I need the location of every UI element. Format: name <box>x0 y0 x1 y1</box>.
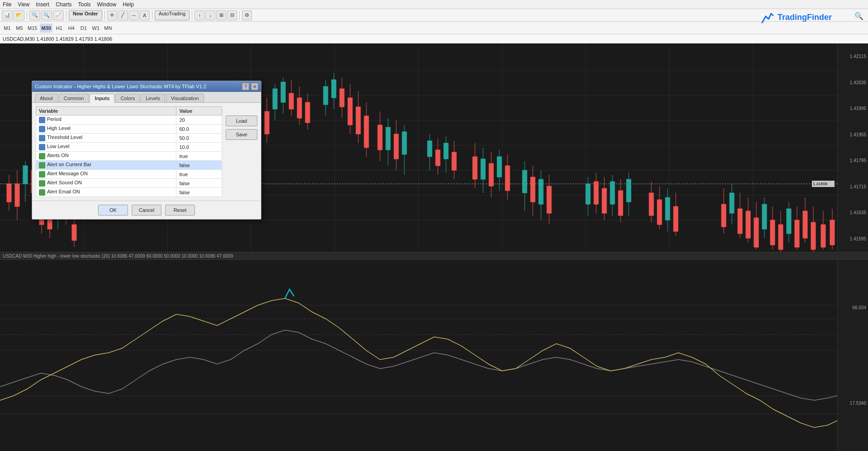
table-row[interactable]: Threshold Level50.0 <box>36 134 222 143</box>
crosshair-btn[interactable]: ✛ <box>107 10 117 20</box>
row-icon <box>39 135 45 141</box>
cancel-button[interactable]: Cancel <box>132 205 161 216</box>
zoom-out-btn[interactable]: 🔍 <box>41 10 52 20</box>
menu-file[interactable]: File <box>3 1 11 8</box>
text-btn[interactable]: A <box>140 10 150 20</box>
svg-rect-105 <box>586 184 590 204</box>
dialog-close-button[interactable]: ✕ <box>251 83 258 90</box>
svg-rect-75 <box>394 134 398 159</box>
svg-rect-127 <box>730 193 734 213</box>
svg-rect-71 <box>378 125 382 150</box>
svg-rect-65 <box>348 98 352 125</box>
table-row[interactable]: Alert on Current Barfalse <box>36 161 222 170</box>
table-row[interactable]: Alerts ONtrue <box>36 152 222 161</box>
menu-window[interactable]: Window <box>97 1 117 8</box>
col-value: Value <box>176 107 222 115</box>
svg-rect-151 <box>830 220 835 245</box>
zoom-full-btn[interactable]: ⊞ <box>216 10 226 20</box>
hline-btn[interactable]: ─ <box>129 10 139 20</box>
tf-m30[interactable]: M30 <box>40 24 52 33</box>
inputs-table: Variable Value Period20High Level60.0Thr… <box>36 106 222 197</box>
table-row[interactable]: High Level60.0 <box>36 125 222 134</box>
menu-tools[interactable]: Tools <box>78 1 91 8</box>
svg-rect-55 <box>297 98 302 118</box>
cell-variable: High Level <box>36 125 176 134</box>
ind-scale-1: 66.034 <box>852 305 866 310</box>
tab-visualization[interactable]: Visualization <box>166 94 204 102</box>
new-chart-btn[interactable]: 📊 <box>2 10 13 20</box>
cell-value: false <box>176 188 222 197</box>
up-arrow-btn[interactable]: ↑ <box>194 10 204 20</box>
dialog-titlebar[interactable]: Custom Indicator - Higher Highs & Lower … <box>32 81 261 92</box>
table-row[interactable]: Low Level10.0 <box>36 143 222 152</box>
row-icon <box>39 171 45 178</box>
table-row[interactable]: Alert Message ONtrue <box>36 170 222 179</box>
cell-variable: Alert Email ON <box>36 188 176 197</box>
line-btn[interactable]: ╱ <box>118 10 128 20</box>
new-order-button[interactable]: New Order <box>69 10 102 20</box>
settings-btn[interactable]: ⚙ <box>242 10 252 20</box>
svg-rect-81 <box>436 150 440 166</box>
zoom-sel-btn[interactable]: ⊟ <box>227 10 237 20</box>
dialog-controls: ? ✕ <box>242 83 258 90</box>
svg-rect-73 <box>386 127 390 150</box>
tab-colors[interactable]: Colors <box>115 94 140 102</box>
svg-rect-103 <box>547 186 551 213</box>
period-btn[interactable]: 📈 <box>53 10 64 20</box>
autotrading-button[interactable]: AutoTrading <box>155 10 190 20</box>
svg-rect-21 <box>15 184 19 206</box>
row-name: Period <box>47 116 62 122</box>
tf-w1[interactable]: W1 <box>90 24 101 33</box>
row-icon <box>39 126 45 132</box>
status-bar: USDCAD M30 Higher high - lower low stoch… <box>0 252 868 260</box>
tf-mn[interactable]: MN <box>103 24 114 33</box>
symbol-info: USDCAD,M30 1.41800 1.41829 1.41793 1.418… <box>3 36 112 42</box>
svg-rect-83 <box>444 143 448 159</box>
down-arrow-btn[interactable]: ↓ <box>205 10 215 20</box>
svg-rect-109 <box>602 188 607 213</box>
price-4: 1.41955 <box>850 132 866 137</box>
load-button[interactable]: Load <box>226 115 257 126</box>
ok-button[interactable]: OK <box>98 205 128 216</box>
tf-m1[interactable]: M1 <box>2 24 13 33</box>
svg-rect-143 <box>795 220 799 247</box>
svg-rect-145 <box>803 211 807 238</box>
tf-d1[interactable]: D1 <box>78 24 89 33</box>
tab-inputs[interactable]: Inputs <box>90 94 114 103</box>
row-icon <box>39 189 45 196</box>
tf-h4[interactable]: H4 <box>66 24 77 33</box>
ind-scale-2: 17.5340 <box>850 401 866 406</box>
svg-rect-79 <box>427 141 432 157</box>
menu-charts[interactable]: Charts <box>56 1 71 8</box>
table-row[interactable]: Alert Email ONfalse <box>36 188 222 197</box>
menu-insert[interactable]: Insert <box>36 1 49 8</box>
svg-rect-119 <box>657 200 662 225</box>
svg-rect-107 <box>594 182 598 204</box>
menu-help[interactable]: Help <box>123 1 134 8</box>
table-row[interactable]: Alert Sound ONfalse <box>36 179 222 188</box>
reset-button[interactable]: Reset <box>165 205 195 216</box>
tab-about[interactable]: About <box>35 94 58 102</box>
row-icon <box>39 162 45 168</box>
svg-rect-95 <box>505 166 510 191</box>
search-icon[interactable]: 🔍 <box>854 12 863 20</box>
tf-h1[interactable]: H1 <box>54 24 65 33</box>
save-button[interactable]: Save <box>226 129 257 140</box>
tf-m15[interactable]: M15 <box>26 24 38 33</box>
dialog-content: Variable Value Period20High Level60.0Thr… <box>32 103 261 201</box>
dialog-help-button[interactable]: ? <box>242 83 249 90</box>
table-row[interactable]: Period20 <box>36 115 222 125</box>
open-btn[interactable]: 📂 <box>14 10 24 20</box>
tab-levels[interactable]: Levels <box>141 94 165 102</box>
sep3 <box>104 11 105 20</box>
price-3: 1.41995 <box>850 106 866 111</box>
menu-view[interactable]: View <box>18 1 29 8</box>
tab-common[interactable]: Common <box>59 94 89 102</box>
svg-rect-19 <box>7 184 11 202</box>
svg-rect-133 <box>754 218 759 247</box>
tf-m5[interactable]: M5 <box>14 24 25 33</box>
svg-rect-87 <box>473 157 477 179</box>
svg-rect-117 <box>649 193 654 216</box>
svg-text:1.41806: 1.41806 <box>813 182 828 186</box>
zoom-in-btn[interactable]: 🔍 <box>29 10 40 20</box>
